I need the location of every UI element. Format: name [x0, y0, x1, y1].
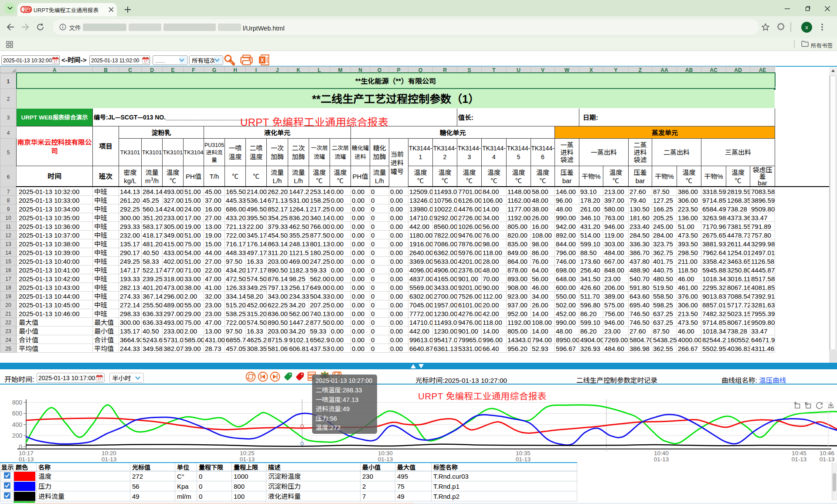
svg-text:10:35: 10:35: [516, 450, 531, 456]
svg-text:200: 200: [12, 432, 23, 439]
svg-text:10:30: 10:30: [378, 450, 393, 456]
svg-text:01-13: 01-13: [102, 456, 117, 462]
svg-text:X: X: [260, 57, 264, 63]
svg-text:10:17: 10:17: [19, 450, 34, 456]
svg-text:10:45: 10:45: [792, 450, 806, 456]
svg-text:10:46: 10:46: [820, 450, 834, 456]
svg-text:0: 0: [19, 443, 22, 450]
svg-text:10:40: 10:40: [654, 450, 669, 456]
svg-text:01-13: 01-13: [378, 456, 393, 462]
svg-text:01-13: 01-13: [654, 456, 669, 462]
svg-text:01-13: 01-13: [19, 456, 34, 462]
svg-text:01-13: 01-13: [820, 456, 835, 462]
svg-text:10:25: 10:25: [240, 450, 255, 456]
svg-text:17: 17: [144, 59, 147, 63]
svg-text:RPT: RPT: [24, 7, 31, 12]
svg-text:400: 400: [12, 421, 23, 428]
svg-text:17: 17: [54, 59, 57, 63]
svg-text:01-13: 01-13: [516, 456, 531, 462]
svg-text:800: 800: [12, 399, 23, 406]
svg-text:10:20: 10:20: [102, 450, 116, 456]
svg-text:600: 600: [12, 410, 23, 417]
svg-text:01-13: 01-13: [792, 456, 807, 462]
svg-text:01-13: 01-13: [240, 456, 255, 462]
